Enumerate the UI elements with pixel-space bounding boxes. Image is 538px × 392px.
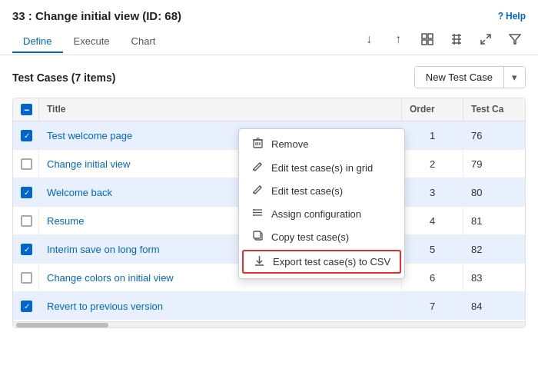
row-title-text: Change colors on initial view xyxy=(47,272,174,284)
pencil-icon xyxy=(251,161,264,174)
td-testca: 81 xyxy=(463,207,525,234)
upload-icon[interactable]: ↑ xyxy=(387,28,409,50)
row-title-text: Interim save on long form xyxy=(47,244,160,255)
svg-line-20 xyxy=(260,186,261,188)
col-testca: Test Ca xyxy=(463,98,525,121)
menu-item-label: Assign configuration xyxy=(271,208,361,220)
row-checkbox[interactable] xyxy=(21,215,32,227)
table-row[interactable]: ✓ Revert to previous version 7 84 xyxy=(13,292,525,320)
tab-define[interactable]: Define xyxy=(12,31,63,53)
td-checkbox xyxy=(13,207,39,234)
menu-item-edit-grid[interactable]: Edit test case(s) in grid xyxy=(239,156,404,179)
help-icon: ? xyxy=(498,11,503,22)
svg-rect-29 xyxy=(254,231,261,238)
horizontal-scrollbar[interactable] xyxy=(13,321,525,327)
expand-icon[interactable] xyxy=(475,28,496,50)
menu-item-assign[interactable]: Assign configuration xyxy=(239,202,404,225)
new-test-case-label[interactable]: New Test Case xyxy=(415,67,504,88)
new-test-case-caret[interactable]: ▾ xyxy=(504,67,525,88)
list-icon xyxy=(251,208,264,220)
row-checkbox[interactable] xyxy=(21,158,32,170)
section-title: Test Cases (7 items) xyxy=(12,71,115,84)
td-order: 7 xyxy=(402,292,463,320)
pencil-icon xyxy=(251,184,264,197)
copy-icon xyxy=(251,231,264,243)
row-title-text: Welcome back xyxy=(47,187,112,198)
td-testca: 79 xyxy=(463,150,525,178)
table-header: − Title Order Test Ca xyxy=(13,98,525,121)
col-title: Title xyxy=(39,98,402,121)
menu-item-export-csv[interactable]: Export test case(s) to CSV xyxy=(242,250,401,274)
td-order: 3 xyxy=(402,178,463,206)
svg-marker-11 xyxy=(510,35,520,44)
td-order: 1 xyxy=(402,121,463,149)
section-header: Test Cases (7 items) New Test Case ▾ xyxy=(12,66,526,88)
menu-item-label: Edit test case(s) in grid xyxy=(271,162,373,174)
columns-icon[interactable] xyxy=(446,28,467,50)
svg-point-27 xyxy=(253,214,254,216)
menu-item-label: Copy test case(s) xyxy=(271,231,349,243)
select-all-checkbox[interactable]: − xyxy=(21,104,32,115)
td-order: 4 xyxy=(402,207,463,234)
td-order: 6 xyxy=(402,264,463,291)
td-checkbox xyxy=(13,150,39,178)
menu-item-copy[interactable]: Copy test case(s) xyxy=(239,225,404,248)
export-csv-icon xyxy=(253,255,265,268)
download-icon[interactable]: ↓ xyxy=(358,28,380,50)
context-menu: Remove Edit test case(s) in grid Edit te… xyxy=(238,128,405,279)
scrollbar-thumb[interactable] xyxy=(16,323,108,327)
svg-point-26 xyxy=(253,212,254,214)
svg-rect-0 xyxy=(422,34,427,38)
filter-icon[interactable] xyxy=(504,28,526,50)
td-testca: 83 xyxy=(463,264,525,291)
svg-rect-3 xyxy=(428,40,433,45)
page-title: 33 : Change initial view (ID: 68) xyxy=(12,9,181,22)
td-checkbox: ✓ xyxy=(13,178,39,206)
td-checkbox: ✓ xyxy=(13,235,39,263)
tab-execute[interactable]: Execute xyxy=(63,31,121,53)
svg-rect-2 xyxy=(422,40,427,45)
row-title-text: Resume xyxy=(47,215,84,227)
row-checkbox[interactable]: ✓ xyxy=(21,130,32,141)
svg-rect-1 xyxy=(428,34,433,38)
td-title[interactable]: Revert to previous version xyxy=(39,292,402,320)
help-link[interactable]: ? Help xyxy=(498,11,526,22)
td-order: 5 xyxy=(402,235,463,263)
td-checkbox xyxy=(13,264,39,291)
tab-chart[interactable]: Chart xyxy=(121,31,167,53)
row-checkbox[interactable]: ✓ xyxy=(21,301,32,312)
menu-item-remove[interactable]: Remove xyxy=(239,132,404,156)
td-testca: 82 xyxy=(463,235,525,263)
row-checkbox[interactable]: ✓ xyxy=(21,187,32,198)
row-title-text: Change initial view xyxy=(47,158,130,170)
menu-item-edit[interactable]: Edit test case(s) xyxy=(239,179,404,202)
menu-item-label: Export test case(s) to CSV xyxy=(273,256,390,267)
td-testca: 80 xyxy=(463,178,525,206)
td-checkbox: ✓ xyxy=(13,292,39,320)
td-testca: 84 xyxy=(463,292,525,320)
svg-point-25 xyxy=(253,209,254,211)
menu-item-label: Remove xyxy=(271,138,308,150)
trash-icon xyxy=(251,138,264,151)
toolbar: ↓ ↑ xyxy=(358,28,526,55)
svg-line-18 xyxy=(260,163,261,164)
menu-item-label: Edit test case(s) xyxy=(271,185,343,197)
new-test-case-button[interactable]: New Test Case ▾ xyxy=(414,66,526,88)
td-order: 2 xyxy=(402,150,463,178)
tab-bar: Define Execute Chart xyxy=(12,31,166,52)
grid-icon[interactable] xyxy=(417,28,438,50)
col-checkbox: − xyxy=(13,98,39,121)
row-title-text: Revert to previous version xyxy=(47,301,163,312)
row-title-text: Test welcome page xyxy=(47,130,132,141)
td-testca: 76 xyxy=(463,121,525,149)
row-checkbox[interactable]: ✓ xyxy=(21,244,32,255)
td-checkbox: ✓ xyxy=(13,121,39,149)
col-order: Order xyxy=(402,98,463,121)
row-checkbox[interactable] xyxy=(21,272,32,284)
